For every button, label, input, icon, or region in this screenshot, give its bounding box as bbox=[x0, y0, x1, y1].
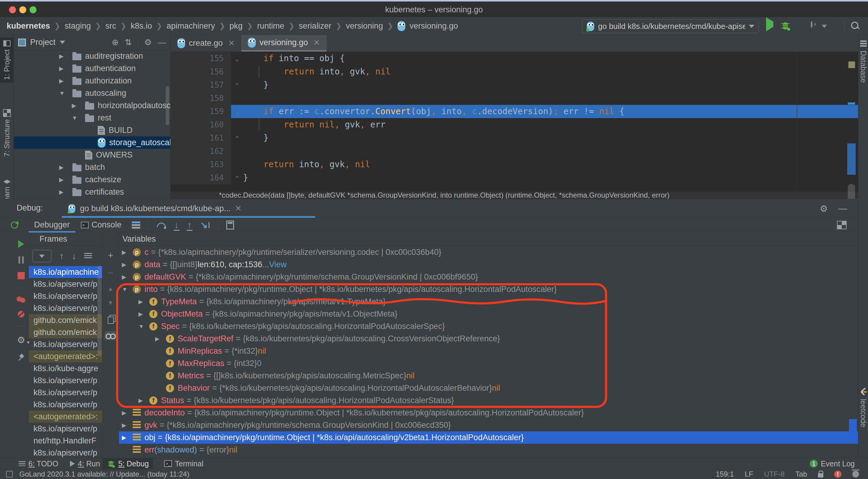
frame-row[interactable]: github.com/emick bbox=[29, 326, 102, 338]
tree-expand-icon[interactable]: ▶ bbox=[59, 176, 70, 183]
breadcrumb-item[interactable]: runtime bbox=[257, 22, 284, 31]
variable-row-Metrics[interactable]: fMetrics={[]k8s.io/kubernetes/pkg/apis/a… bbox=[119, 370, 858, 382]
frame-row[interactable]: k8s.io/apiserver/p bbox=[29, 338, 102, 350]
code-line[interactable]: 160 return nil, gvk, err bbox=[171, 118, 858, 131]
variable-expand-icon[interactable]: ▶ bbox=[138, 397, 149, 404]
breadcrumb-item[interactable]: src bbox=[105, 22, 116, 31]
frame-row[interactable]: k8s.io/apiserver/p bbox=[29, 302, 102, 314]
code-line[interactable]: 161⌃ } bbox=[171, 131, 858, 145]
toolwindow-terminal[interactable]: >_ Terminal bbox=[160, 458, 208, 469]
variable-expand-icon[interactable]: ▶ bbox=[138, 298, 149, 305]
add-watch-icon[interactable]: + bbox=[108, 250, 114, 261]
step-into-button[interactable]: ↓ bbox=[174, 220, 179, 230]
collapse-all-icon[interactable]: ⇅ bbox=[125, 37, 131, 47]
frame-row[interactable]: k8s.io/apiserver/p bbox=[29, 399, 102, 411]
locate-file-icon[interactable]: ⊕ bbox=[112, 37, 119, 47]
tree-item-autoscaling[interactable]: ▼autoscaling bbox=[14, 87, 170, 99]
line-number[interactable]: 158 bbox=[171, 92, 231, 105]
tree-expand-icon[interactable]: ▶ bbox=[59, 53, 70, 60]
tree-expand-icon[interactable]: ▶ bbox=[59, 65, 70, 72]
tree-expand-icon[interactable]: ▼ bbox=[59, 90, 70, 97]
variable-row-TypeMeta[interactable]: ▶fTypeMeta={k8s.io/apimachinery/pkg/apis… bbox=[119, 296, 858, 308]
sidebar-item-leetcode[interactable]: leetcode bbox=[858, 387, 868, 427]
frame-row[interactable]: k8s.io/apiserver/p bbox=[29, 278, 102, 290]
close-tab-icon[interactable]: ✕ bbox=[228, 39, 235, 48]
variable-row-obj[interactable]: ▶obj={k8s.io/apimachinery/pkg/runtime.Ob… bbox=[119, 432, 858, 444]
variable-row-data[interactable]: ▶pdata={[]uint8} len:610, cap:1536 ... V… bbox=[119, 259, 858, 271]
variable-row-MaxReplicas[interactable]: fMaxReplicas={int32} 0 bbox=[119, 357, 858, 370]
event-log-button[interactable]: 1 Event Log bbox=[806, 458, 859, 469]
project-panel-title[interactable]: Project bbox=[30, 38, 56, 47]
line-separator[interactable]: LF bbox=[745, 470, 753, 478]
pin-tab-icon[interactable] bbox=[18, 354, 25, 361]
read-only-lock-icon[interactable] bbox=[818, 473, 824, 478]
code-line[interactable]: 156 return into, gvk, nil bbox=[171, 65, 858, 78]
variable-expand-icon[interactable]: ▶ bbox=[122, 261, 133, 268]
tree-item-storage_autoscaling-g[interactable]: storage_autoscaling.g bbox=[14, 136, 170, 149]
step-out-button[interactable]: ↑ bbox=[187, 220, 192, 230]
line-number[interactable]: 160 bbox=[171, 118, 231, 131]
tree-item-authorization[interactable]: ▶authorization bbox=[14, 75, 170, 87]
breadcrumb-item[interactable]: pkg bbox=[229, 22, 243, 31]
variable-row-MinReplicas[interactable]: fMinReplicas={*int32} nil bbox=[119, 345, 858, 357]
line-number[interactable]: 162 bbox=[171, 145, 231, 158]
scroll-marker-visible-region[interactable] bbox=[847, 143, 856, 175]
sidebar-item-project[interactable]: 1: Project bbox=[0, 37, 14, 83]
indent-style[interactable]: Tab bbox=[795, 470, 807, 478]
status-message[interactable]: GoLand 2020.3.1 available: // Update... … bbox=[19, 470, 189, 478]
frame-row[interactable]: k8s.io/apiserver/p bbox=[29, 423, 102, 435]
debugger-settings-gear-icon[interactable]: ⚙ bbox=[17, 335, 25, 345]
project-scrollbar[interactable] bbox=[165, 86, 169, 125]
tree-expand-icon[interactable]: ▶ bbox=[59, 77, 70, 84]
evaluate-expression-button[interactable] bbox=[226, 220, 234, 230]
run-to-cursor-button[interactable]: ↘I bbox=[200, 219, 210, 230]
run-button[interactable] bbox=[766, 22, 773, 27]
frame-row[interactable]: k8s.io/apiserver/p bbox=[29, 386, 102, 399]
line-number[interactable]: 164 bbox=[171, 171, 231, 184]
restore-layout-icon[interactable] bbox=[838, 221, 846, 229]
tree-item-BUILD[interactable]: BUILD bbox=[14, 124, 170, 136]
fold-marker-icon[interactable]: ⌄ bbox=[231, 52, 243, 65]
variable-expand-icon[interactable]: ▶ bbox=[122, 409, 133, 416]
breadcrumb-item[interactable]: versioning.go bbox=[409, 22, 458, 31]
hide-panel-icon[interactable]: — bbox=[158, 38, 166, 47]
rerun-button[interactable] bbox=[0, 221, 29, 229]
line-number[interactable]: 157 bbox=[171, 78, 231, 92]
resume-button[interactable] bbox=[18, 240, 24, 248]
tree-item-OWNERS[interactable]: OWNERS bbox=[14, 149, 170, 161]
line-number[interactable]: 163 bbox=[171, 158, 231, 171]
tree-item-cachesize[interactable]: ▶cachesize bbox=[14, 174, 170, 186]
variable-expand-icon[interactable]: ▶ bbox=[122, 422, 133, 429]
move-watch-up-icon[interactable]: ▲ bbox=[108, 285, 114, 292]
code-editor[interactable]: 155⌄ if into == obj {156 return into, gv… bbox=[171, 52, 858, 191]
caret-position[interactable]: 159:1 bbox=[716, 470, 734, 478]
close-debug-tab-icon[interactable]: ✕ bbox=[235, 204, 242, 213]
stop-process-button[interactable] bbox=[18, 272, 25, 279]
tree-expand-icon[interactable]: ▶ bbox=[59, 164, 70, 171]
breadcrumb-item[interactable]: serializer bbox=[299, 22, 332, 31]
variable-row-into[interactable]: ▼pinto={k8s.io/apimachinery/pkg/runtime.… bbox=[119, 283, 858, 296]
view-breakpoints-button[interactable] bbox=[17, 297, 26, 303]
debug-button[interactable] bbox=[781, 21, 789, 31]
profiler-chevron-icon[interactable] bbox=[822, 25, 827, 28]
breadcrumb-item[interactable]: apimachinery bbox=[166, 22, 215, 31]
variable-expand-icon[interactable]: ▼ bbox=[122, 286, 133, 293]
fold-marker-icon[interactable]: ⌃ bbox=[231, 171, 243, 184]
breadcrumb-item[interactable]: versioning bbox=[346, 22, 383, 31]
code-line[interactable]: 164⌃} bbox=[171, 171, 858, 184]
code-line[interactable]: 155⌄ if into == obj { bbox=[171, 52, 858, 65]
breadcrumb-item[interactable]: staging bbox=[65, 22, 91, 31]
variable-expand-icon[interactable]: ▶ bbox=[138, 311, 149, 317]
highlighting-level-icon[interactable] bbox=[852, 471, 859, 478]
next-frame-icon[interactable]: ↓ bbox=[72, 251, 76, 261]
fold-marker-icon[interactable]: ⌄ bbox=[231, 105, 243, 118]
variable-expand-icon[interactable]: ▶ bbox=[155, 335, 166, 342]
frames-scrollbar[interactable] bbox=[97, 266, 102, 356]
breadcrumb-item[interactable]: k8s.io bbox=[131, 22, 152, 31]
frame-row[interactable]: k8s.io/kube-aggre bbox=[29, 363, 102, 374]
toolwindow-debug[interactable]: 5: Debug bbox=[102, 458, 153, 469]
close-tab-icon[interactable]: ✕ bbox=[313, 38, 320, 47]
pause-button[interactable] bbox=[19, 256, 24, 264]
frame-row[interactable]: <autogenerated>: bbox=[29, 411, 102, 423]
breadcrumb-item[interactable]: kubernetes bbox=[7, 22, 50, 31]
